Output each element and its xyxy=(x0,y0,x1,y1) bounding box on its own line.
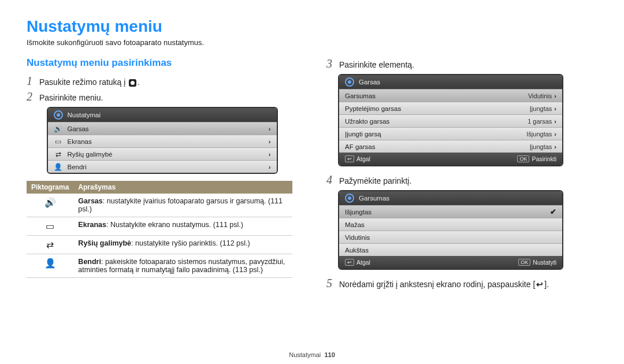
settings-panel-2: Garsas GarsumasVidutinis›Pyptelėjimo gar… xyxy=(338,74,563,166)
table-header-icon: Piktograma xyxy=(27,181,73,194)
menu-row[interactable]: ▭Ekranas› xyxy=(48,135,277,147)
menu-row[interactable]: Užrakto garsas1 garsas› xyxy=(339,114,562,127)
menu-row[interactable]: Įjungti garsąIšjungtas› xyxy=(339,127,562,140)
subtitle: Išmokite sukonfigūruoti savo fotoaparato… xyxy=(27,38,597,47)
menu-row[interactable]: ⇄Ryšių galimybė› xyxy=(48,147,277,160)
menu-row[interactable]: AF garsasĮjungtas› xyxy=(339,140,562,153)
back-key-icon: ↩ xyxy=(345,155,354,162)
panel-footer: ↩Atgal OKNustatyti xyxy=(339,256,562,269)
nav-ring-icon xyxy=(345,77,354,87)
panel-header: Garsumas xyxy=(339,191,562,205)
step-3: 3 Pasirinkite elementą. xyxy=(326,57,597,70)
step-1: 1 Pasukite režimo ratuką į . xyxy=(27,75,298,88)
menu-row[interactable]: 👤Bendri› xyxy=(48,160,277,173)
menu-row[interactable]: Pyptelėjimo garsasĮjungtas› xyxy=(339,102,562,114)
main-title: Nustatymų meniu xyxy=(27,17,597,36)
settings-panel-3: Garsumas Išjungtas✔MažasVidutinisAukštas… xyxy=(338,190,563,270)
ok-key-icon: OK xyxy=(517,155,529,162)
panel-footer: ↩Atgal OKPasirinkti xyxy=(339,153,562,165)
table-row: ▭Ekranas: Nustatykite ekrano nustatymus.… xyxy=(27,217,292,236)
ok-key-icon: OK xyxy=(518,259,530,266)
step-4: 4 Pažymėkite parinktį. xyxy=(326,173,597,187)
menu-row[interactable]: GarsumasVidutinis› xyxy=(339,89,562,102)
table-row: 👤Bendri: pakeiskite fotoaparato sistemos… xyxy=(27,254,292,278)
nav-ring-icon xyxy=(345,194,354,203)
page-footer: Nustatymai 110 xyxy=(0,351,624,358)
description-table: Piktograma Aprašymas 🔊Garsas: nustatykit… xyxy=(27,181,292,278)
gear-icon xyxy=(129,79,136,87)
nav-ring-icon xyxy=(54,110,63,120)
menu-row[interactable]: Aukštas xyxy=(339,243,562,256)
back-icon: ↩ xyxy=(536,280,543,289)
section-title: Nustatymų meniu pasirinkimas xyxy=(27,57,298,69)
table-row: 🔊Garsas: nustatykite įvairius fotoaparat… xyxy=(27,194,292,217)
table-header-desc: Aprašymas xyxy=(73,181,292,194)
panel-header: Garsas xyxy=(339,75,562,89)
panel-header: Nustatymai xyxy=(48,108,277,122)
step-5: 5 Norėdami grįžti į ankstesnį ekrano rod… xyxy=(326,277,597,290)
table-row: ⇄Ryšių galimybė: nustatykite ryšio parin… xyxy=(27,236,292,254)
menu-row[interactable]: Mažas xyxy=(339,218,562,231)
menu-row[interactable]: Išjungtas✔ xyxy=(339,205,562,218)
settings-panel-1: Nustatymai 🔊Garsas›▭Ekranas›⇄Ryšių galim… xyxy=(47,107,278,174)
menu-row[interactable]: 🔊Garsas› xyxy=(48,122,277,135)
back-key-icon: ↩ xyxy=(345,259,354,266)
step-2: 2 Pasirinkite meniu. xyxy=(27,90,298,103)
menu-row[interactable]: Vidutinis xyxy=(339,231,562,243)
